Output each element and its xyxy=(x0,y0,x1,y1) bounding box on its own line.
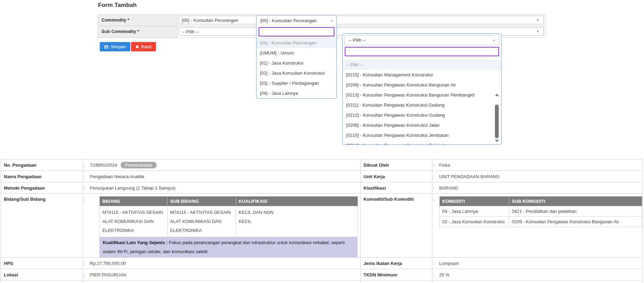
commodity-option[interactable]: [05] - Konsultan Perorangan xyxy=(256,38,336,48)
komoditi-table-wrap: KOMODITI SUB KOMODITI 04 - Jasa Lainnya … xyxy=(439,196,642,227)
chevron-down-icon: ▼ xyxy=(536,16,539,25)
sub-komoditi-cell: 0209 - Konsultan Pengawas Konstruksi Ban… xyxy=(509,217,642,227)
sub-bidang-cell: M74115 - AKTIVITAS DESAIN ALAT KOMUNIKAS… xyxy=(167,206,236,237)
field-value: Lumpsum xyxy=(437,258,643,269)
table-row: No. Pengadaan : 72/BRG/2024Perencanaan D… xyxy=(1,159,643,171)
commodity-dropdown-search-input[interactable] xyxy=(259,27,334,36)
column-header: KUALIFIKASI xyxy=(236,197,358,206)
page: Form Tambah Commodity * [05] - Konsultan… xyxy=(0,0,644,283)
kualifikasi-cell: KECIL DAN NON KECIL xyxy=(236,206,358,237)
procurement-number: 72/BRG/2024 xyxy=(90,163,117,168)
kualifikasi-note: Kualifikasi Lain Yang Sejenis : Fokus pa… xyxy=(99,237,358,257)
field-value: Penunjukan Langsung (1 Tahap 1 Sampul) xyxy=(88,182,361,194)
commodity-option[interactable]: [04] - Jasa Lainnya xyxy=(256,88,336,98)
komoditi-cell: 04 - Jasa Lainnya xyxy=(439,206,509,217)
field-value: Finka xyxy=(437,159,643,171)
sub-komoditi-cell: 0421 - Pendidikan dan pelatihan xyxy=(509,206,642,217)
field-value: 25 % xyxy=(437,269,643,281)
save-button-label: Simpan xyxy=(111,44,126,49)
komoditi-table: KOMODITI SUB KOMODITI 04 - Jasa Lainnya … xyxy=(439,196,642,227)
commodity-dropdown-selected[interactable]: [05] - Konsultan Perorangan ▲ xyxy=(256,16,336,26)
subcommodity-option[interactable]: -- Pilih -- xyxy=(343,60,501,70)
field-value: TKDN Barang xyxy=(437,281,643,283)
commodity-select[interactable]: [05] - Konsultan Perorangan ▼ xyxy=(179,16,544,24)
cancel-button-label: Batal xyxy=(141,44,152,49)
subcommodity-option[interactable]: [0208] - Konsultan Pengawas Konstruksi J… xyxy=(343,120,501,130)
cancel-button[interactable]: ✖ Batal xyxy=(131,42,156,51)
commodity-option[interactable]: [UMUM] - Umum xyxy=(256,48,336,58)
commodity-dropdown-panel: [05] - Konsultan Perorangan ▲ [05] - Kon… xyxy=(256,15,337,99)
field-label: Komoditi/Sub Komoditi xyxy=(361,194,432,258)
subcommodity-option-list: -- Pilih -- [0215] - Konsultan Managemen… xyxy=(343,56,501,145)
subcommodity-select-value: -- Pilih -- xyxy=(182,29,199,34)
field-label: Form TKDN xyxy=(361,281,432,283)
field-label: No. Pengadaan xyxy=(1,159,83,171)
subcommodity-option[interactable]: [0210] - Konsultan Pengawas Konstruksi J… xyxy=(343,130,501,140)
field-label: Nilai Preferensi TKDN xyxy=(1,281,83,283)
procurement-details-table: No. Pengadaan : 72/BRG/2024Perencanaan D… xyxy=(1,159,643,283)
field-label: TKDN Minimum xyxy=(361,269,432,281)
dropdown-scrollbar xyxy=(494,92,500,144)
subcommodity-option[interactable]: [0209] - Konsultan Pengawas Konstruksi B… xyxy=(343,80,501,90)
field-label: Lokasi xyxy=(1,269,83,281)
table-row: Nilai Preferensi TKDN : Tidak Ada Form T… xyxy=(1,281,643,283)
commodity-option[interactable]: [01] - Jasa Konstruksi xyxy=(256,58,336,68)
field-value: Pengadaan Neraca Analitik xyxy=(88,171,361,182)
column-header: SUB KOMODITI xyxy=(509,197,642,206)
table-row: Lokasi : PIER PASURUAN TKDN Minimum : 25… xyxy=(1,269,643,281)
komoditi-cell: 02 - Jasa Konsultan Konstruksi xyxy=(439,217,509,227)
bidang-cell: M74115 - AKTIVITAS DESAIN ALAT KOMUNIKAS… xyxy=(99,206,167,237)
field-value: UNIT PENGADAAN BARANG xyxy=(437,171,643,182)
status-badge: Perencanaan xyxy=(121,162,156,168)
field-value: BIDANG SUB BIDANG KUALIFIKASI M74115 - A… xyxy=(88,194,361,258)
table-row: M74115 - AKTIVITAS DESAIN ALAT KOMUNIKAS… xyxy=(99,206,358,237)
chevron-up-icon: ▲ xyxy=(330,16,333,26)
field-value: Tidak Ada xyxy=(88,281,361,283)
bidang-table-wrap: BIDANG SUB BIDANG KUALIFIKASI M74115 - A… xyxy=(99,196,358,257)
commodity-field: [05] - Konsultan Perorangan ▼ xyxy=(177,15,545,26)
chevron-up-icon: ▲ xyxy=(493,35,496,45)
commodity-option[interactable]: [03] - Supplier / Perdagangan xyxy=(256,78,336,88)
commodity-select-value: [05] - Konsultan Perorangan xyxy=(182,18,238,23)
cancel-icon: ✖ xyxy=(136,45,139,49)
table-row: 04 - Jasa Lainnya 0421 - Pendidikan dan … xyxy=(439,206,642,217)
field-label: Dibuat Oleh xyxy=(361,159,432,171)
subcommodity-option[interactable]: [0212] - Konsultan Pengawas Konstruksi G… xyxy=(343,110,501,120)
scroll-up-icon[interactable] xyxy=(495,93,499,96)
scroll-down-icon[interactable] xyxy=(495,140,499,142)
bidang-table: BIDANG SUB BIDANG KUALIFIKASI M74115 - A… xyxy=(99,196,358,237)
field-value: Rp.27,750,000.00 xyxy=(88,258,361,269)
subcommodity-dropdown-search-input[interactable] xyxy=(345,47,499,56)
table-row: 02 - Jasa Konsultan Konstruksi 0209 - Ko… xyxy=(439,217,642,227)
column-header: BIDANG xyxy=(99,197,167,206)
field-value: KOMODITI SUB KOMODITI 04 - Jasa Lainnya … xyxy=(437,194,643,258)
column-header: SUB BIDANG xyxy=(167,197,236,206)
field-label: HPS xyxy=(1,258,83,269)
field-label: Jenis Ikatan Kerja xyxy=(361,258,432,269)
save-button[interactable]: Simpan xyxy=(100,42,130,51)
chevron-down-icon: ▼ xyxy=(536,27,539,36)
subcommodity-dropdown-panel: -- Pilih -- ▲ -- Pilih -- [0215] - Konsu… xyxy=(342,33,502,145)
scrollbar-thumb[interactable] xyxy=(495,105,499,138)
field-label: Unit Kerja xyxy=(361,171,432,182)
column-header: KOMODITI xyxy=(439,197,509,206)
field-label: Metode Pengadaan xyxy=(1,182,83,194)
subcommodity-dropdown-selected[interactable]: -- Pilih -- ▲ xyxy=(344,35,499,45)
table-row: Metode Pengadaan : Penunjukan Langsung (… xyxy=(1,182,643,194)
subcommodity-option[interactable]: [0215] - Konsultan Management Konstruksi xyxy=(343,70,501,80)
subcommodity-option[interactable]: [0213] - Konsultan Pengawas Konstruksi B… xyxy=(343,90,501,100)
field-value: 72/BRG/2024Perencanaan xyxy=(88,159,361,171)
field-label: Bidang/Sub Bidang xyxy=(1,194,83,258)
kualifikasi-note-label: Kualifikasi Lain Yang Sejenis : xyxy=(103,240,168,245)
subcommodity-option[interactable]: [0214] - Konsultan Pengawas Konstruksi P… xyxy=(343,140,501,145)
field-value: BARANG xyxy=(437,182,643,194)
commodity-option[interactable]: [02] - Jasa Konsultan Konstruksi xyxy=(256,68,336,78)
subcommodity-label: Sub Commodity * xyxy=(98,26,177,38)
table-row: HPS : Rp.27,750,000.00 Jenis Ikatan Kerj… xyxy=(1,258,643,269)
commodity-label: Commodity * xyxy=(98,15,177,26)
subcommodity-option[interactable]: [0211] - Konsultan Pengawas Konstruksi G… xyxy=(343,100,501,110)
field-label: Nama Pengadaan xyxy=(1,171,83,182)
commodity-option-list: [05] - Konsultan Perorangan [UMUM] - Umu… xyxy=(256,36,336,98)
table-row: Nama Pengadaan : Pengadaan Neraca Analit… xyxy=(1,171,643,182)
field-label: Klasifikasi xyxy=(361,182,432,194)
